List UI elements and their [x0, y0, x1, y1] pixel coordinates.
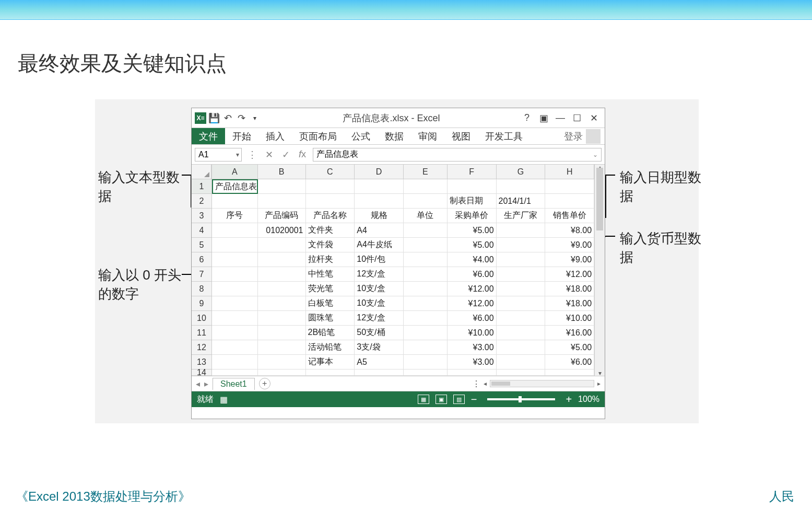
cell-C8[interactable]: 荧光笔 [306, 282, 355, 296]
cell-H2[interactable] [545, 194, 594, 209]
cell-C4[interactable]: 文件夹 [306, 223, 355, 238]
col-header[interactable]: G [497, 165, 546, 179]
cell-B5[interactable] [258, 238, 306, 252]
redo-icon[interactable]: ↷ [236, 112, 247, 124]
row-header[interactable]: 10 [192, 311, 211, 326]
undo-icon[interactable]: ↶ [222, 112, 233, 124]
row-header[interactable]: 3 [192, 209, 211, 223]
cell-A10[interactable] [212, 311, 258, 326]
col-header[interactable]: B [258, 165, 306, 179]
cell-H4[interactable]: ¥8.00 [545, 223, 594, 238]
cell-E3[interactable]: 单位 [404, 209, 448, 223]
cell-C9[interactable]: 白板笔 [306, 296, 355, 311]
tab-layout[interactable]: 页面布局 [292, 128, 344, 144]
cell-E2[interactable] [404, 194, 448, 209]
row-header[interactable]: 2 [192, 194, 211, 209]
cell-D11[interactable]: 50支/桶 [355, 326, 404, 340]
cell-F8[interactable]: ¥12.00 [448, 282, 497, 296]
cell-B10[interactable] [258, 311, 306, 326]
sheet-tab-1[interactable]: Sheet1 [213, 378, 255, 390]
cell-A12[interactable] [212, 340, 258, 355]
cell-D8[interactable]: 10支/盒 [355, 282, 404, 296]
maximize-icon[interactable]: ☐ [572, 113, 582, 123]
row-header[interactable]: 14 [192, 370, 211, 376]
formula-input[interactable]: 产品信息表 ⌄ [313, 148, 602, 161]
cell-G12[interactable] [497, 340, 546, 355]
cell-B8[interactable] [258, 282, 306, 296]
zoom-level[interactable]: 100% [578, 395, 599, 404]
tab-review[interactable]: 审阅 [411, 128, 444, 144]
cell-G4[interactable] [497, 223, 546, 238]
cell-B7[interactable] [258, 267, 306, 282]
cell-E10[interactable] [404, 311, 448, 326]
cell-F12[interactable]: ¥3.00 [448, 340, 497, 355]
cell-E7[interactable] [404, 267, 448, 282]
row-header[interactable]: 12 [192, 340, 211, 355]
cell-F4[interactable]: ¥5.00 [448, 223, 497, 238]
cell-A5[interactable] [212, 238, 258, 252]
cell-B3[interactable]: 产品编码 [258, 209, 306, 223]
cell-A11[interactable] [212, 326, 258, 340]
cell-C12[interactable]: 活动铅笔 [306, 340, 355, 355]
cell-A4[interactable] [212, 223, 258, 238]
cell-G6[interactable] [497, 252, 546, 267]
cell-D10[interactable]: 12支/盒 [355, 311, 404, 326]
zoom-out-icon[interactable]: − [471, 394, 477, 405]
cell-A9[interactable] [212, 296, 258, 311]
cell-C7[interactable]: 中性笔 [306, 267, 355, 282]
signin-link[interactable]: 登录 [564, 130, 583, 143]
cell-F13[interactable]: ¥3.00 [448, 355, 497, 370]
cell-C11[interactable]: 2B铅笔 [306, 326, 355, 340]
cell-A8[interactable] [212, 282, 258, 296]
cell-G1[interactable] [497, 179, 546, 194]
cell-B11[interactable] [258, 326, 306, 340]
cell-E14[interactable] [404, 370, 448, 376]
ribbon-options-icon[interactable]: ▣ [539, 113, 548, 123]
macro-icon[interactable]: ▦ [220, 395, 228, 405]
zoom-slider[interactable] [487, 398, 555, 400]
row-header[interactable]: 1 [192, 179, 211, 194]
cell-F6[interactable]: ¥4.00 [448, 252, 497, 267]
tab-data[interactable]: 数据 [378, 128, 411, 144]
cell-H7[interactable]: ¥12.00 [545, 267, 594, 282]
cell-C6[interactable]: 拉杆夹 [306, 252, 355, 267]
minimize-icon[interactable]: ― [556, 113, 565, 123]
horizontal-scrollbar[interactable] [490, 380, 594, 387]
cell-B13[interactable] [258, 355, 306, 370]
row-header[interactable]: 5 [192, 238, 211, 252]
cell-B14[interactable] [258, 370, 306, 376]
cell-D7[interactable]: 12支/盒 [355, 267, 404, 282]
tab-dev[interactable]: 开发工具 [478, 128, 530, 144]
cell-H5[interactable]: ¥9.00 [545, 238, 594, 252]
expand-formula-icon[interactable]: ⌄ [593, 151, 598, 158]
cell-G11[interactable] [497, 326, 546, 340]
cell-A6[interactable] [212, 252, 258, 267]
cell-H13[interactable]: ¥6.00 [545, 355, 594, 370]
col-header[interactable]: H [545, 165, 594, 179]
cell-D5[interactable]: A4牛皮纸 [355, 238, 404, 252]
zoom-in-icon[interactable]: + [566, 394, 572, 405]
cell-F5[interactable]: ¥5.00 [448, 238, 497, 252]
cell-F9[interactable]: ¥12.00 [448, 296, 497, 311]
help-icon[interactable]: ? [522, 113, 532, 123]
tab-file[interactable]: 文件 [192, 128, 225, 144]
scroll-right-icon[interactable]: ▸ [597, 380, 601, 387]
row-header[interactable]: 8 [192, 282, 211, 296]
avatar-icon[interactable] [586, 129, 601, 144]
close-icon[interactable]: ✕ [589, 113, 598, 123]
cell-E11[interactable] [404, 326, 448, 340]
cell-B4[interactable]: 01020001 [258, 223, 306, 238]
cell-B12[interactable] [258, 340, 306, 355]
cell-H9[interactable]: ¥18.00 [545, 296, 594, 311]
row-header[interactable]: 6 [192, 252, 211, 267]
tab-insert[interactable]: 插入 [258, 128, 292, 144]
cell-B1[interactable] [258, 179, 306, 194]
cell-F11[interactable]: ¥10.00 [448, 326, 497, 340]
row-header[interactable]: 7 [192, 267, 211, 282]
cell-H6[interactable]: ¥9.00 [545, 252, 594, 267]
cell-H10[interactable]: ¥10.00 [545, 311, 594, 326]
cell-A7[interactable] [212, 267, 258, 282]
cell-F1[interactable] [448, 179, 497, 194]
cell-C14[interactable] [306, 370, 355, 376]
cell-H8[interactable]: ¥18.00 [545, 282, 594, 296]
